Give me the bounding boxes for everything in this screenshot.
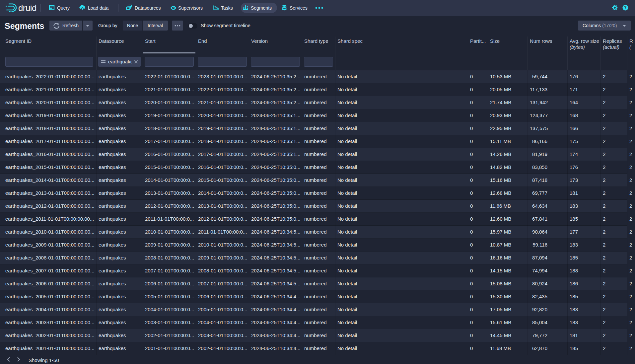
svg-text:?: ?	[624, 5, 627, 10]
